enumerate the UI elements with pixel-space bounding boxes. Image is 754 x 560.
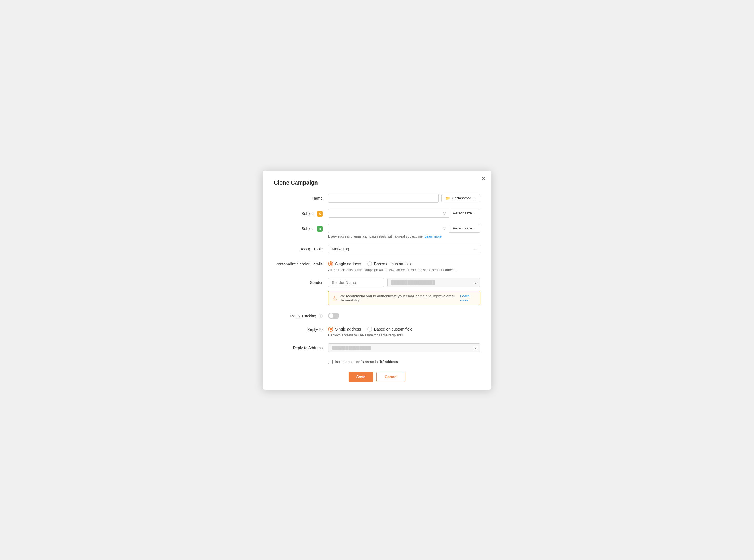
assign-topic-row: Assign Topic Marketing Sales Support Tra… xyxy=(274,244,480,254)
personalize-sender-control: Single address Based on custom field All… xyxy=(328,260,480,272)
warning-box: ⚠ We recommend you to authenticate your … xyxy=(328,291,480,305)
subject-a-emoji-button[interactable]: ☺ xyxy=(442,211,447,216)
reply-to-address-row: Reply-to Address ██████████████ ⌄ xyxy=(274,343,480,352)
reply-to-address-select[interactable]: ██████████████ xyxy=(328,343,480,352)
warning-link[interactable]: Learn more xyxy=(460,294,476,302)
toggle-wrap xyxy=(328,312,480,319)
subject-a-personalize-label: Personalize xyxy=(453,211,472,215)
personalize-sender-single-label: Single address xyxy=(335,262,361,266)
personalize-sender-custom-option[interactable]: Based on custom field xyxy=(367,261,413,266)
reply-to-hint: Reply-to address will be same for all th… xyxy=(328,333,480,337)
name-label: Name xyxy=(274,194,328,200)
subject-b-label: Subject B xyxy=(274,224,328,232)
personalize-sender-radio-group: Single address Based on custom field xyxy=(328,260,480,266)
chevron-down-icon: ⌄ xyxy=(473,211,476,215)
reply-to-address-control: ██████████████ ⌄ xyxy=(328,343,480,352)
subject-b-personalize-label: Personalize xyxy=(453,226,472,230)
subject-a-control: ☺ Personalize ⌄ xyxy=(328,209,480,218)
subject-a-badge: A xyxy=(317,211,323,217)
subject-b-input[interactable] xyxy=(328,224,449,233)
subject-b-emoji-button[interactable]: ☺ xyxy=(442,226,447,231)
personalize-sender-label: Personalize Sender Details xyxy=(274,260,328,266)
radio-single-circle xyxy=(328,261,333,266)
reply-to-label: Reply-To xyxy=(274,325,328,332)
radio-custom-circle xyxy=(367,261,372,266)
form-actions: Save Cancel xyxy=(274,372,480,382)
chevron-down-icon: ⌄ xyxy=(473,196,476,200)
assign-topic-label: Assign Topic xyxy=(274,244,328,251)
reply-to-single-option[interactable]: Single address xyxy=(328,327,361,332)
sender-email-wrap: ████████████████ ⌄ xyxy=(387,278,480,287)
reply-to-control: Single address Based on custom field Rep… xyxy=(328,325,480,337)
reply-to-address-select-wrap: ██████████████ ⌄ xyxy=(328,343,480,352)
reply-to-single-circle xyxy=(328,327,333,332)
info-icon[interactable]: ⓘ xyxy=(319,314,323,318)
subject-hint: Every successful email campaign starts w… xyxy=(328,235,480,238)
subject-b-badge: B xyxy=(317,226,323,232)
save-button[interactable]: Save xyxy=(349,372,373,382)
folder-icon: 📁 xyxy=(446,196,450,200)
cancel-button[interactable]: Cancel xyxy=(376,372,405,382)
sender-name-input[interactable] xyxy=(328,278,384,287)
subject-b-inner: ☺ Personalize ⌄ xyxy=(328,224,480,233)
reply-to-row: Reply-To Single address Based on custom … xyxy=(274,325,480,337)
sender-label: Sender xyxy=(274,278,328,285)
name-control-wrap: 📁 Unclassified ⌄ xyxy=(328,194,480,203)
subject-b-personalize-button[interactable]: Personalize ⌄ xyxy=(449,224,480,233)
personalize-sender-hint: All the recipients of this campaign will… xyxy=(328,268,480,272)
close-button[interactable]: × xyxy=(482,176,485,181)
reply-to-radio-group: Single address Based on custom field xyxy=(328,325,480,332)
subject-b-control: ☺ Personalize ⌄ Every successful email c… xyxy=(328,224,480,238)
unclassified-button[interactable]: 📁 Unclassified ⌄ xyxy=(442,194,480,202)
reply-tracking-toggle[interactable] xyxy=(328,313,339,319)
name-input[interactable] xyxy=(328,194,439,203)
reply-to-single-label: Single address xyxy=(335,327,361,332)
unclassified-label: Unclassified xyxy=(452,196,471,200)
include-recipient-spacer xyxy=(274,358,328,361)
subject-a-inner: ☺ Personalize ⌄ xyxy=(328,209,480,218)
subject-a-label: Subject A xyxy=(274,209,328,217)
include-recipient-text: Include recipient's name in 'To' address xyxy=(335,360,398,364)
include-recipient-control: Include recipient's name in 'To' address xyxy=(328,358,480,364)
name-row: Name 📁 Unclassified ⌄ xyxy=(274,194,480,203)
include-recipient-label[interactable]: Include recipient's name in 'To' address xyxy=(328,360,480,364)
personalize-sender-single-option[interactable]: Single address xyxy=(328,261,361,266)
name-row-inner: 📁 Unclassified ⌄ xyxy=(328,194,480,203)
include-recipient-checkbox[interactable] xyxy=(328,360,333,364)
sender-email-select[interactable]: ████████████████ xyxy=(387,278,480,287)
assign-topic-select-wrap: Marketing Sales Support Transactional ⌄ xyxy=(328,244,480,254)
subject-a-personalize-button[interactable]: Personalize ⌄ xyxy=(449,209,480,218)
subject-hint-link[interactable]: Learn more xyxy=(425,235,442,238)
sender-row: Sender ████████████████ ⌄ ⚠ We recommend… xyxy=(274,278,480,305)
reply-tracking-label: Reply Tracking ⓘ xyxy=(274,312,328,319)
warning-text: We recommend you to authenticate your em… xyxy=(340,294,457,302)
assign-topic-select[interactable]: Marketing Sales Support Transactional xyxy=(328,244,480,254)
subject-b-row: Subject B ☺ Personalize ⌄ Every successf… xyxy=(274,224,480,238)
sender-inputs: ████████████████ ⌄ xyxy=(328,278,480,287)
subject-a-input-wrap: ☺ xyxy=(328,209,449,218)
modal-title: Clone Campaign xyxy=(274,180,480,186)
reply-to-custom-option[interactable]: Based on custom field xyxy=(367,327,413,332)
warning-icon: ⚠ xyxy=(332,295,337,301)
include-recipient-row: Include recipient's name in 'To' address xyxy=(274,358,480,364)
subject-b-input-wrap: ☺ xyxy=(328,224,449,233)
sender-control: ████████████████ ⌄ ⚠ We recommend you to… xyxy=(328,278,480,305)
personalize-sender-custom-label: Based on custom field xyxy=(374,262,413,266)
reply-to-custom-circle xyxy=(367,327,372,332)
personalize-sender-row: Personalize Sender Details Single addres… xyxy=(274,260,480,272)
subject-a-row: Subject A ☺ Personalize ⌄ xyxy=(274,209,480,218)
clone-campaign-modal: × Clone Campaign Name 📁 Unclassified ⌄ S… xyxy=(263,171,491,390)
reply-to-custom-label: Based on custom field xyxy=(374,327,413,332)
subject-a-input[interactable] xyxy=(328,209,449,218)
chevron-down-icon: ⌄ xyxy=(473,226,476,230)
reply-tracking-row: Reply Tracking ⓘ xyxy=(274,312,480,319)
reply-tracking-control xyxy=(328,312,480,319)
assign-topic-control: Marketing Sales Support Transactional ⌄ xyxy=(328,244,480,254)
reply-to-address-label: Reply-to Address xyxy=(274,343,328,350)
subject-hint-text: Every successful email campaign starts w… xyxy=(328,235,424,238)
